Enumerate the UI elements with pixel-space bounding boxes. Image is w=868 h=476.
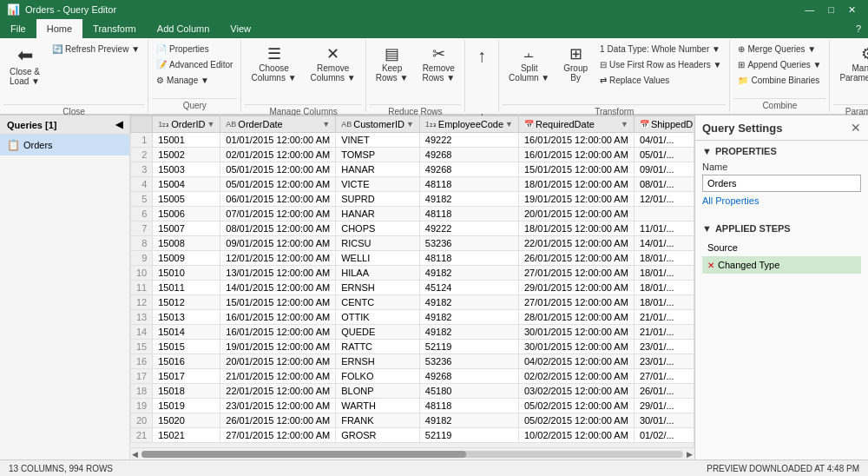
choose-columns-button[interactable]: ☰ ChooseColumns ▼ (245, 42, 302, 102)
tab-transform[interactable]: Transform (82, 19, 147, 38)
table-cell: 15021 (153, 428, 220, 443)
table-container[interactable]: 1₂₃ OrderID ▼ AB OrderDate ▼ (130, 116, 694, 447)
advanced-editor-button[interactable]: 📝 Advanced Editor (152, 57, 237, 72)
ribbon-content: ⬅ Close &Load ▼ 🔄 Refresh Preview ▼ Clos… (0, 38, 868, 115)
replace-values-icon: ⇄ (600, 76, 607, 85)
remove-rows-button[interactable]: ✂ RemoveRows ▼ (416, 42, 461, 102)
properties-section-header[interactable]: ▼ PROPERTIES (702, 146, 861, 156)
combine-content: ⊕ Merge Queries ▼ ⊞ Append Queries ▼ 📁 C… (733, 42, 825, 96)
query-settings-close-button[interactable]: ✕ (851, 121, 861, 135)
merge-queries-button[interactable]: ⊕ Merge Queries ▼ (733, 42, 825, 56)
group-by-icon: ⊞ (569, 46, 582, 62)
refresh-preview-button[interactable]: 🔄 Refresh Preview ▼ (48, 42, 144, 56)
orders-label: Orders (23, 140, 53, 150)
remove-columns-button[interactable]: ✕ RemoveColumns ▼ (305, 42, 362, 102)
sort-asc-button[interactable]: ↑ (469, 42, 495, 102)
table-cell: 05/01/2015 12:00:00 AM (220, 162, 336, 177)
table-cell: 27/01/... (634, 369, 694, 384)
properties-icon: 📄 (156, 44, 167, 54)
ribbon-group-parameters: ⚙ ManageParameters ▼ Parameters (830, 40, 868, 112)
table-cell: BLONP (336, 384, 420, 399)
col-header-orderdate[interactable]: AB OrderDate ▼ (220, 116, 336, 133)
scroll-left-icon[interactable] (132, 450, 138, 459)
scroll-right-icon[interactable] (687, 450, 693, 459)
step-source-label: Source (707, 242, 738, 253)
horizontal-scrollbar[interactable] (130, 447, 694, 459)
table-row: 51500506/01/2015 12:00:00 AMSUPRD4918219… (131, 192, 695, 207)
main-area: Queries [1] ◀ 📋 Orders 1₂₃ OrderID (0, 116, 868, 459)
maximize-button[interactable]: □ (823, 0, 839, 19)
app-icon: 📊 (7, 3, 20, 16)
close-load-button[interactable]: ⬅ Close &Load ▼ (3, 42, 46, 102)
table-cell: 49268 (419, 148, 518, 162)
remove-rows-label: RemoveRows ▼ (422, 63, 455, 83)
col-header-requireddate[interactable]: 📅 RequiredDate ▼ (518, 116, 634, 133)
data-type-button[interactable]: 1 Data Type: Whole Number ▼ (595, 42, 726, 56)
table-cell: 27/01/2015 12:00:00 AM (518, 266, 634, 281)
table-cell: CENTC (336, 295, 420, 310)
table-cell: 16/01/2015 12:00:00 AM (220, 325, 336, 340)
ribbon-group-combine: ⊕ Merge Queries ▼ ⊞ Append Queries ▼ 📁 C… (730, 40, 830, 112)
table-cell: 18/01/... (634, 281, 694, 295)
table-cell: 52119 (419, 340, 518, 354)
table-cell: 05/02/2015 12:00:00 AM (518, 399, 634, 413)
table-cell: 15004 (153, 177, 220, 192)
tab-view[interactable]: View (220, 19, 261, 38)
minimize-button[interactable]: — (799, 0, 819, 19)
table-cell: HANAR (336, 207, 420, 221)
combine-binaries-button[interactable]: 📁 Combine Binaries (733, 73, 825, 88)
table-cell: 15001 (153, 133, 220, 148)
combine-binaries-icon: 📁 (738, 76, 748, 85)
table-cell: 26/01/... (634, 384, 694, 399)
remove-columns-label: RemoveColumns ▼ (311, 63, 356, 83)
sidebar-collapse-icon[interactable]: ◀ (115, 119, 122, 130)
col-header-shippeddate[interactable]: 📅 ShippedD... ▼ (634, 116, 694, 133)
split-column-button[interactable]: ⫠ SplitColumn ▼ (503, 42, 556, 102)
col-header-employeecode[interactable]: 1₂₃ EmployeeCode ▼ (419, 116, 518, 133)
replace-values-button[interactable]: ⇄ Replace Values (595, 73, 726, 88)
table-cell: 01/01/2015 12:00:00 AM (220, 133, 336, 148)
remove-columns-icon: ✕ (326, 46, 339, 62)
manage-icon: ⚙ (156, 76, 164, 85)
manage-button[interactable]: ⚙ Manage ▼ (152, 73, 237, 88)
orders-icon: 📋 (7, 139, 20, 151)
table-cell: 27/01/2015 12:00:00 AM (518, 295, 634, 310)
tab-file[interactable]: File (0, 19, 36, 38)
properties-button[interactable]: 📄 Properties (152, 42, 237, 56)
tab-home[interactable]: Home (36, 19, 82, 38)
col-header-customerid[interactable]: AB CustomerID ▼ (336, 116, 420, 133)
append-queries-button[interactable]: ⊞ Append Queries ▼ (733, 57, 825, 72)
help-button[interactable]: ? (849, 19, 868, 38)
transform-label: Transform (503, 104, 726, 116)
group-by-label: GroupBy (563, 63, 588, 83)
table-row: 201502026/01/2015 12:00:00 AMFRANK491820… (131, 413, 695, 428)
table-cell: 08/01/... (634, 177, 694, 192)
group-by-button[interactable]: ⊞ GroupBy (557, 42, 594, 102)
close-button[interactable]: ✕ (843, 0, 861, 19)
table-cell: 49182 (419, 192, 518, 207)
first-row-button[interactable]: ⊟ Use First Row as Headers ▼ (595, 57, 726, 72)
table-cell: 1 (131, 133, 153, 148)
properties-collapse-icon: ▼ (702, 146, 712, 156)
step-source[interactable]: Source (702, 239, 861, 256)
tab-add-column[interactable]: Add Column (147, 19, 220, 38)
sidebar-item-orders[interactable]: 📋 Orders (0, 135, 129, 155)
table-cell: 6 (131, 207, 153, 221)
table-cell: OTTIK (336, 310, 420, 325)
name-input[interactable] (702, 175, 861, 192)
all-properties-link[interactable]: All Properties (702, 195, 861, 206)
table-cell: 15020 (153, 413, 220, 428)
query-group-label: Query (152, 98, 237, 110)
name-label: Name (702, 162, 861, 172)
table-cell: 20 (131, 413, 153, 428)
table-row: 41500405/01/2015 12:00:00 AMVICTE4811818… (131, 177, 695, 192)
ribbon-group-sort: ↑ ↓ Sort (465, 40, 499, 112)
manage-parameters-button[interactable]: ⚙ ManageParameters ▼ (833, 42, 868, 102)
keep-rows-button[interactable]: ▤ KeepRows ▼ (370, 42, 415, 102)
keep-rows-icon: ▤ (385, 46, 399, 62)
step-changed-type[interactable]: ✕ Changed Type (702, 256, 861, 274)
col-header-orderid[interactable]: 1₂₃ OrderID ▼ (153, 116, 220, 133)
ribbon-group-query: 📄 Properties 📝 Advanced Editor ⚙ Manage … (148, 40, 241, 112)
table-cell: 18 (131, 384, 153, 399)
applied-steps-header[interactable]: ▼ APPLIED STEPS (702, 223, 861, 234)
